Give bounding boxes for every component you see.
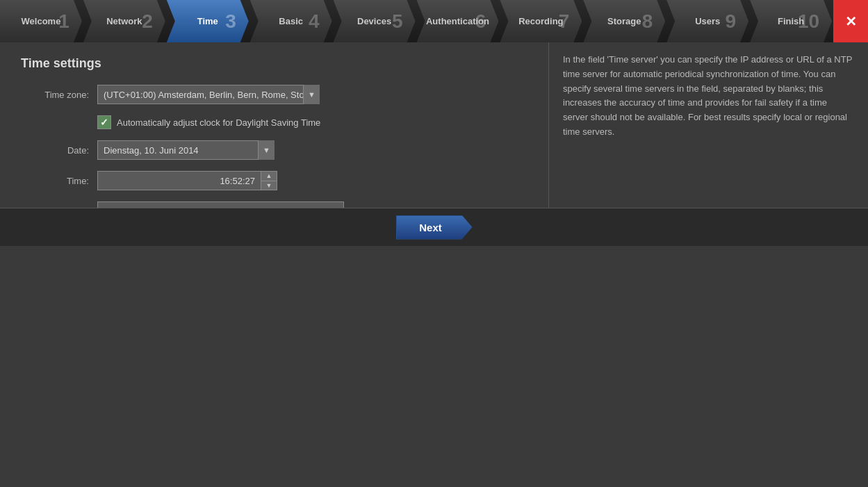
date-select-wrapper[interactable]: Dienstag, 10. Juni 2014 ▼ [97,140,275,160]
nav-item-devices[interactable]: Devices 5 [334,0,416,42]
time-label: Time: [21,176,97,186]
top-navigation: Welcome 1 Network 2 Time 3 Basic 4 Devic… [0,0,868,42]
dst-checkbox-row[interactable]: ✓ Automatically adjust clock for Dayligh… [97,115,527,129]
close-icon: ✕ [845,13,857,30]
timezone-select-wrapper[interactable]: (UTC+01:00) Amsterdam, Berlin, Bern, Rom… [97,85,320,104]
timezone-select[interactable]: (UTC+01:00) Amsterdam, Berlin, Bern, Rom… [97,85,320,104]
time-spinner: ▲ ▼ [261,171,277,190]
dst-label: Automatically adjust clock for Daylight … [117,117,320,128]
nav-item-finish[interactable]: Finish 10 [750,0,832,42]
time-input[interactable] [97,171,261,190]
page-title: Time settings [21,56,527,71]
nav-item-users[interactable]: Users 9 [666,0,748,42]
dst-checkbox[interactable]: ✓ [97,115,111,129]
content-area: Time settings Time zone: (UTC+01:00) Ams… [0,42,868,246]
nav-item-welcome[interactable]: Welcome 1 [0,0,82,42]
bottom-bar: Next [0,208,868,246]
time-decrement-button[interactable]: ▼ [261,181,277,190]
date-row: Date: Dienstag, 10. Juni 2014 ▼ [21,140,527,160]
nav-item-authentication[interactable]: Authentication 6 [417,0,499,42]
timezone-label: Time zone: [21,90,97,100]
help-text: In the field 'Time server' you can speci… [563,53,854,140]
time-input-wrapper: ▲ ▼ [97,171,277,190]
nav-item-storage[interactable]: Storage 8 [583,0,665,42]
close-button[interactable]: ✕ [833,0,868,42]
dst-checkbox-wrapper[interactable]: ✓ Automatically adjust clock for Dayligh… [97,115,320,129]
date-label: Date: [21,145,97,156]
nav-item-network[interactable]: Network 2 [83,0,165,42]
nav-item-basic[interactable]: Basic 4 [250,0,332,42]
checkmark-icon: ✓ [100,117,108,128]
timezone-row: Time zone: (UTC+01:00) Amsterdam, Berlin… [21,85,527,104]
nav-item-time[interactable]: Time 3 [167,0,249,42]
time-row: Time: ▲ ▼ [21,171,527,190]
next-button[interactable]: Next [396,215,473,240]
time-increment-button[interactable]: ▲ [261,172,277,181]
nav-item-recording[interactable]: Recording 7 [500,0,582,42]
date-select[interactable]: Dienstag, 10. Juni 2014 [97,140,275,160]
